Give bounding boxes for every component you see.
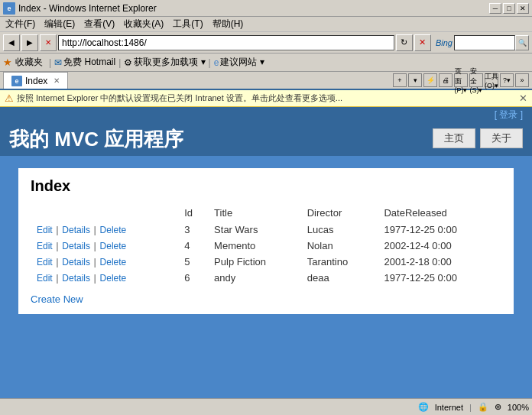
rss-icon[interactable]: ⚡ [423, 73, 437, 87]
tab-label: Index [25, 76, 47, 86]
menu-file[interactable]: 文件(F) [3, 18, 37, 31]
action-separator: | [54, 272, 62, 284]
row-edit-link[interactable]: Edit [37, 257, 53, 267]
row-delete-link[interactable]: Delete [100, 225, 127, 235]
row-actions-cell: Edit | Details | Delete [31, 270, 178, 286]
row-details-link[interactable]: Details [62, 257, 90, 267]
ie-icon: e [214, 57, 219, 68]
row-id-cell: 3 [178, 222, 208, 238]
menu-favorites[interactable]: 收藏夹(A) [122, 18, 166, 31]
extend-button[interactable]: » [515, 73, 529, 87]
close-button[interactable]: ✕ [517, 3, 529, 14]
protected-mode-icon: 🔒 [478, 402, 488, 412]
browser-title: Index - Windows Internet Explorer [18, 3, 489, 14]
fav-separator-3: | [209, 57, 211, 68]
row-edit-link[interactable]: Edit [37, 225, 53, 235]
action-separator: | [54, 224, 62, 235]
page-menu-button[interactable]: 页面(P)▾ [454, 73, 468, 87]
browser-logo-icon: e [3, 2, 15, 15]
row-director-cell: Tarantino [301, 254, 378, 270]
create-new-link[interactable]: Create New [31, 293, 83, 305]
safety-button[interactable]: 安全(S)▾ [469, 73, 483, 87]
help-button[interactable]: ?▾ [500, 73, 514, 87]
action-separator: | [91, 272, 99, 284]
row-title-cell: Pulp Fiction [208, 254, 301, 270]
col-date: DateReleased [378, 204, 501, 222]
tab-favicon: e [11, 76, 22, 86]
row-edit-link[interactable]: Edit [37, 241, 53, 251]
row-delete-link[interactable]: Delete [100, 257, 127, 267]
login-area: [ 登录 ] [0, 107, 532, 123]
bing-label: Bing [436, 38, 453, 47]
status-right: 🌐 Internet | 🔒 ⊕ 100% [418, 402, 529, 412]
info-bar-text: 按照 Internet Explorer 中的默认设置现在已关闭 Intrane… [17, 92, 342, 104]
row-details-link[interactable]: Details [62, 225, 90, 235]
refresh-button[interactable]: ↻ [396, 34, 413, 51]
search-container: Bing 🔍 [436, 35, 529, 50]
login-link-text[interactable]: [ 登录 ] [495, 109, 523, 120]
address-input[interactable] [58, 35, 394, 50]
status-bar: 🌐 Internet | 🔒 ⊕ 100% [0, 398, 532, 415]
favorites-label[interactable]: 收藏夹 [15, 56, 43, 69]
row-actions-cell: Edit | Details | Delete [31, 254, 178, 270]
info-bar-close-button[interactable]: ✕ [519, 92, 527, 104]
row-details-link[interactable]: Details [62, 241, 90, 251]
tab-list-button[interactable]: ▾ [408, 73, 422, 87]
app-header: [ 登录 ] 我的 MVC 应用程序 主页 关于 [0, 107, 532, 156]
favorites-bar: ★ 收藏夹 | ✉ 免费 Hotmail | ⚙ 获取更多加载项 ▾ | e 建… [0, 53, 532, 72]
row-details-link[interactable]: Details [62, 273, 90, 284]
fav-item-hotmail[interactable]: ✉ 免费 Hotmail [54, 56, 115, 69]
favorites-star-icon: ★ [3, 57, 12, 68]
menu-tools[interactable]: 工具(T) [170, 18, 205, 31]
status-separator: | [469, 403, 472, 412]
row-delete-link[interactable]: Delete [100, 273, 127, 284]
stop-button[interactable]: ✕ [40, 34, 57, 51]
action-separator: | [91, 240, 99, 251]
refresh-stop-btn[interactable]: ✕ [414, 34, 431, 51]
nav-buttons: 主页 关于 [433, 128, 523, 153]
row-delete-link[interactable]: Delete [100, 241, 127, 251]
zoom-level: 100% [508, 403, 529, 412]
menu-help[interactable]: 帮助(H) [210, 18, 246, 31]
favorites-separator-1: | [49, 57, 51, 68]
back-button[interactable]: ◀ [3, 34, 20, 51]
menu-edit[interactable]: 编辑(E) [42, 18, 77, 31]
search-input[interactable] [454, 35, 515, 50]
new-tab-button[interactable]: + [393, 73, 407, 87]
row-date-cell: 1977-12-25 0:00 [378, 270, 501, 286]
menu-view[interactable]: 查看(V) [82, 18, 117, 31]
minimize-button[interactable]: ─ [489, 3, 501, 14]
info-icon: ⚠ [5, 92, 14, 104]
home-button[interactable]: 主页 [433, 128, 475, 148]
page-title: Index [31, 177, 501, 195]
forward-button[interactable]: ▶ [21, 34, 38, 51]
row-edit-link[interactable]: Edit [37, 273, 53, 284]
maximize-button[interactable]: □ [503, 3, 515, 14]
fav-item-suggest[interactable]: e 建议网站 ▾ [214, 56, 264, 69]
browser-toolbar: ◀ ▶ ✕ ↻ ✕ Bing 🔍 [0, 32, 532, 53]
fav-separator-2: | [118, 57, 121, 68]
tools-button[interactable]: 工具(O)▾ [485, 73, 498, 87]
tab-index[interactable]: e Index ✕ [3, 72, 68, 89]
data-table: Id Title Director DateReleased Edit | De… [31, 204, 501, 286]
row-director-cell: Nolan [301, 238, 378, 254]
row-id-cell: 4 [178, 238, 208, 254]
row-id-cell: 5 [178, 254, 208, 270]
col-actions [31, 204, 178, 222]
internet-zone-label: Internet [435, 403, 463, 412]
row-date-cell: 1977-12-25 0:00 [378, 222, 501, 238]
addons-icon: ⚙ [124, 57, 132, 68]
zoom-label: ⊕ [495, 402, 501, 412]
row-director-cell: deaa [301, 270, 378, 286]
action-separator: | [91, 224, 99, 235]
content-wrapper: [ 登录 ] 我的 MVC 应用程序 主页 关于 Index Id [0, 107, 532, 398]
page-content: Index Id Title Director DateReleased Edi… [18, 168, 514, 314]
print-button[interactable]: 🖨 [439, 73, 453, 87]
fav-item-addons[interactable]: ⚙ 获取更多加载项 ▾ [124, 56, 205, 69]
about-button[interactable]: 关于 [480, 128, 523, 148]
tab-close-icon[interactable]: ✕ [54, 76, 60, 85]
search-go-button[interactable]: 🔍 [515, 35, 529, 50]
info-bar: ⚠ 按照 Internet Explorer 中的默认设置现在已关闭 Intra… [0, 90, 532, 107]
row-date-cell: 2002-12-4 0:00 [378, 238, 501, 254]
action-separator: | [91, 256, 99, 267]
